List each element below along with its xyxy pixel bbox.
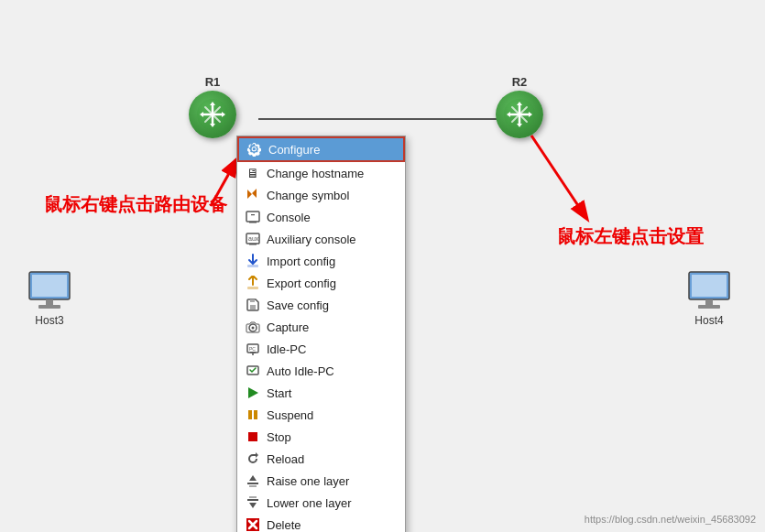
menu-item-suspend[interactable]: Suspend [237,404,405,426]
svg-rect-32 [251,214,255,215]
router-R1-icon [189,91,236,138]
menu-item-raise-layer[interactable]: Raise one layer [237,470,405,492]
raise-icon [245,472,261,489]
hostname-icon: 🖥 [245,165,261,181]
capture-icon [245,319,261,335]
svg-marker-53 [249,475,257,481]
svg-rect-31 [249,222,257,223]
menu-item-save-config[interactable]: Save config [237,294,405,316]
menu-item-lower-layer[interactable]: Lower one layer [237,492,405,514]
menu-stop-label: Stop [267,430,291,444]
svg-line-29 [531,136,586,218]
host-Host3[interactable]: Host3 [26,270,73,327]
svg-rect-54 [247,499,258,501]
svg-marker-56 [249,503,257,508]
menu-item-change-symbol[interactable]: Change symbol [237,184,405,206]
context-menu[interactable]: Configure 🖥 Change hostname Change symbo… [236,136,406,532]
menu-auto-idle-label: Auto Idle-PC [267,364,334,378]
router-R2-label: R2 [512,75,528,89]
svg-rect-30 [246,212,259,222]
menu-item-export-config[interactable]: Export config [237,272,405,294]
suspend-icon [245,407,261,423]
menu-symbol-label: Change symbol [267,189,349,202]
svg-rect-39 [250,299,255,302]
right-annotation: 鼠标左键点击设置 [557,224,704,249]
svg-rect-26 [698,305,720,309]
console-icon [245,209,261,225]
svg-rect-50 [248,432,257,441]
svg-rect-52 [249,485,257,487]
menu-suspend-label: Suspend [267,408,313,422]
svg-text:aux: aux [248,235,259,242]
menu-item-reload[interactable]: Reload [237,448,405,470]
stop-icon [245,429,261,445]
import-icon [245,253,261,269]
menu-aux-label: Auxiliary console [267,233,356,246]
svg-rect-36 [247,265,258,267]
menu-item-auto-idle-pc[interactable]: Auto Idle-PC [237,360,405,382]
menu-import-label: Import config [267,255,335,268]
svg-rect-21 [46,299,53,305]
menu-hostname-label: Change hostname [267,167,364,180]
menu-item-idle-pc[interactable]: PC Idle-PC [237,338,405,360]
auto-idlepc-icon [245,363,261,379]
menu-item-stop[interactable]: Stop [237,426,405,448]
svg-rect-22 [38,305,60,309]
svg-text:PC: PC [249,346,256,352]
host-Host4-label: Host4 [694,314,723,327]
svg-rect-20 [32,275,67,297]
host-Host4[interactable]: Host4 [685,270,733,327]
watermark: https://blog.csdn.net/weixin_45683092 [585,514,756,525]
host-Host4-icon [685,270,733,310]
svg-rect-48 [248,410,252,419]
export-icon [245,275,261,291]
svg-point-41 [252,327,255,330]
router-R1[interactable]: R1 [189,75,236,138]
menu-save-label: Save config [267,299,329,312]
menu-start-label: Start [267,386,291,400]
start-icon [245,385,261,401]
reload-icon [245,451,261,467]
router-R2-icon [496,91,543,138]
router-R2[interactable]: R2 [496,75,543,138]
menu-delete-label: Delete [267,518,301,532]
menu-configure-label: Configure [268,143,320,157]
svg-rect-34 [249,244,257,245]
menu-capture-label: Capture [267,320,309,334]
menu-item-console[interactable]: Console [237,206,405,228]
svg-rect-55 [249,496,257,498]
host-Host3-label: Host3 [35,314,63,327]
left-annotation: 鼠标右键点击路由设备 [44,192,227,217]
svg-rect-49 [254,410,257,419]
menu-lower-label: Lower one layer [267,496,352,510]
aux-console-icon: aux [245,231,261,247]
menu-item-start[interactable]: Start [237,382,405,404]
menu-item-aux-console[interactable]: aux Auxiliary console [237,228,405,250]
menu-reload-label: Reload [267,452,304,466]
lower-icon [245,494,261,511]
host-Host3-icon [26,270,73,310]
svg-marker-47 [248,387,258,398]
menu-item-configure[interactable]: Configure [237,136,405,162]
menu-item-import-config[interactable]: Import config [237,250,405,272]
menu-item-delete[interactable]: Delete [237,514,405,532]
menu-item-capture[interactable]: Capture [237,316,405,338]
diagram-area: R1 R2 [0,0,765,532]
router-R1-label: R1 [205,75,221,89]
idlepc-icon: PC [245,341,261,357]
menu-idle-pc-label: Idle-PC [267,342,306,356]
delete-icon [245,516,261,532]
svg-rect-24 [692,275,727,297]
menu-item-change-hostname[interactable]: 🖥 Change hostname [237,162,405,184]
svg-rect-37 [247,287,258,289]
configure-icon [246,141,263,157]
menu-export-label: Export config [267,277,336,290]
menu-console-label: Console [267,211,311,224]
save-icon [245,297,261,313]
svg-rect-25 [705,299,713,305]
svg-rect-38 [250,305,256,309]
symbol-icon [245,187,261,203]
svg-rect-51 [247,483,258,484]
menu-raise-label: Raise one layer [267,474,349,488]
